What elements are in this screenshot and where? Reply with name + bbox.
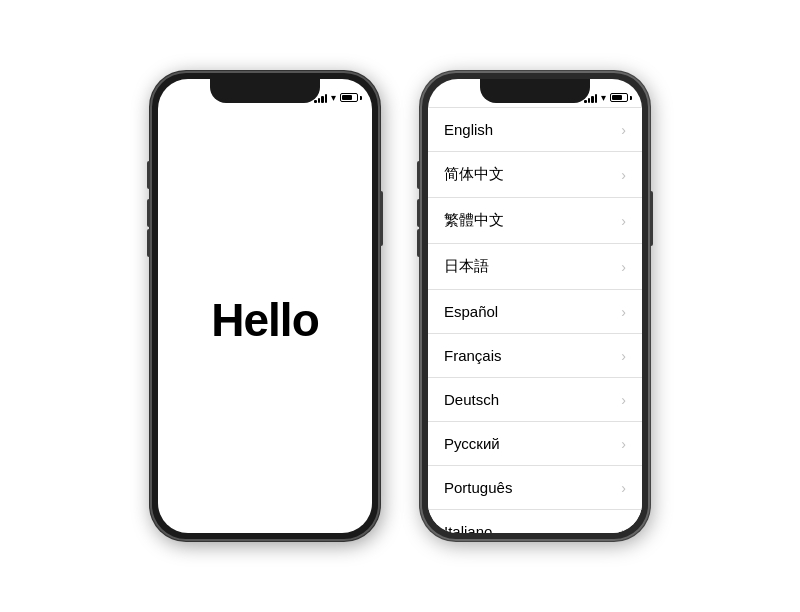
chevron-right-icon: › bbox=[621, 348, 626, 364]
language-label: Português bbox=[444, 479, 512, 496]
wifi-icon-1: ▾ bbox=[331, 92, 336, 103]
chevron-right-icon: › bbox=[621, 259, 626, 275]
language-item[interactable]: Español› bbox=[428, 290, 642, 334]
language-item[interactable]: 简体中文› bbox=[428, 152, 642, 198]
chevron-right-icon: › bbox=[621, 480, 626, 496]
chevron-right-icon: › bbox=[621, 524, 626, 534]
language-list: English›简体中文›繁體中文›日本語›Español›Français›D… bbox=[428, 107, 642, 533]
notch-1 bbox=[210, 79, 320, 103]
phone-1-screen: ▾ Hello bbox=[158, 79, 372, 533]
language-label: English bbox=[444, 121, 493, 138]
language-label: Русский bbox=[444, 435, 500, 452]
language-item[interactable]: English› bbox=[428, 107, 642, 152]
language-label: Français bbox=[444, 347, 502, 364]
language-label: 繁體中文 bbox=[444, 211, 504, 230]
language-item[interactable]: 日本語› bbox=[428, 244, 642, 290]
language-label: 简体中文 bbox=[444, 165, 504, 184]
phone-2-screen: ▾ English›简体中文›繁體中文›日本語›Español›Français… bbox=[428, 79, 642, 533]
language-screen: English›简体中文›繁體中文›日本語›Español›Français›D… bbox=[428, 107, 642, 533]
chevron-right-icon: › bbox=[621, 392, 626, 408]
phone-1: ▾ Hello bbox=[150, 71, 380, 541]
language-item[interactable]: Français› bbox=[428, 334, 642, 378]
language-item[interactable]: Italiano› bbox=[428, 510, 642, 533]
status-icons-2: ▾ bbox=[584, 92, 628, 103]
language-item[interactable]: 繁體中文› bbox=[428, 198, 642, 244]
hello-label: Hello bbox=[211, 293, 318, 347]
language-label: Deutsch bbox=[444, 391, 499, 408]
hello-screen: Hello bbox=[158, 107, 372, 533]
language-label: 日本語 bbox=[444, 257, 489, 276]
language-item[interactable]: Русский› bbox=[428, 422, 642, 466]
language-label: Español bbox=[444, 303, 498, 320]
chevron-right-icon: › bbox=[621, 122, 626, 138]
battery-icon-1 bbox=[340, 93, 358, 102]
phone-2: ▾ English›简体中文›繁體中文›日本語›Español›Français… bbox=[420, 71, 650, 541]
language-label: Italiano bbox=[444, 523, 492, 533]
language-item[interactable]: Deutsch› bbox=[428, 378, 642, 422]
battery-icon-2 bbox=[610, 93, 628, 102]
language-item[interactable]: Português› bbox=[428, 466, 642, 510]
wifi-icon-2: ▾ bbox=[601, 92, 606, 103]
chevron-right-icon: › bbox=[621, 304, 626, 320]
chevron-right-icon: › bbox=[621, 213, 626, 229]
notch-2 bbox=[480, 79, 590, 103]
chevron-right-icon: › bbox=[621, 436, 626, 452]
status-icons-1: ▾ bbox=[314, 92, 358, 103]
chevron-right-icon: › bbox=[621, 167, 626, 183]
